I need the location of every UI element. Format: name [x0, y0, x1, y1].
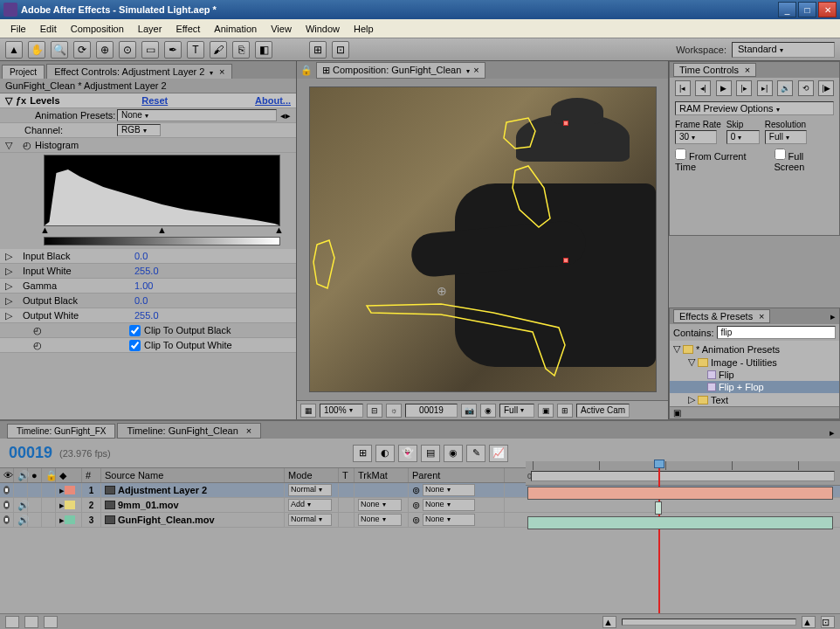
track-bar-1[interactable] [527, 487, 833, 500]
camera-tool[interactable]: ⊕ [96, 41, 114, 59]
frame-rate-select[interactable]: 30 [675, 130, 717, 144]
effects-presets-tab[interactable]: Effects & Presets × [673, 309, 770, 323]
eye-icon[interactable] [3, 515, 10, 524]
resolution-select[interactable]: Full [765, 130, 807, 144]
selection-tool[interactable]: ▲ [5, 41, 23, 59]
track-bar-3[interactable] [527, 516, 833, 529]
menu-window[interactable]: Window [299, 22, 347, 36]
label-color[interactable] [65, 501, 75, 509]
input-black-value[interactable]: 0.0 [134, 251, 148, 261]
last-frame-button[interactable]: ▸| [757, 80, 773, 96]
mode-select[interactable]: Normal [288, 484, 332, 496]
eye-icon[interactable] [3, 501, 10, 509]
skip-select[interactable]: 0 [726, 130, 760, 144]
frame-blend-button[interactable]: ▤ [421, 445, 440, 462]
output-black-value[interactable]: 0.0 [134, 295, 148, 306]
rotate-tool[interactable]: ⟳ [73, 41, 91, 59]
region-tool[interactable]: ⊞ [309, 41, 327, 59]
ep-new-icon[interactable]: ▣ [673, 408, 681, 418]
tl-panel-menu-icon[interactable]: ▸ [830, 427, 835, 439]
gamma-slider[interactable]: ▲ [157, 225, 167, 235]
next-frame-button[interactable]: |▸ [736, 80, 752, 96]
res-half-icon[interactable]: ⊟ [367, 404, 382, 418]
exposure-icon[interactable]: ☼ [386, 404, 402, 418]
time-ruler[interactable]: 000 00010 00020 00030 00040 [526, 461, 840, 486]
mode-select[interactable]: Normal [288, 514, 332, 526]
output-white-value[interactable]: 255.0 [134, 310, 159, 321]
histogram-display[interactable] [44, 155, 280, 226]
fx-visibility-icon[interactable]: ƒx [16, 95, 26, 106]
tree-row-flip-flop[interactable]: Flip + Flop [670, 381, 839, 393]
clip-black-checkbox[interactable] [129, 325, 141, 336]
menu-edit[interactable]: Edit [33, 22, 64, 36]
brush-tool[interactable]: 🖌 [210, 41, 227, 59]
pickwhip-icon[interactable]: ⊚ [412, 515, 420, 526]
always-preview-icon[interactable]: ▦ [300, 404, 316, 418]
roi-icon[interactable]: ▣ [538, 404, 554, 418]
fx-tab-close-icon[interactable]: × [219, 66, 224, 77]
label-color[interactable] [65, 486, 75, 494]
input-white-slider[interactable]: ▲ [274, 225, 284, 235]
menu-composition[interactable]: Composition [64, 22, 131, 36]
comp-tab-close-icon[interactable]: × [473, 65, 479, 75]
effect-controls-tab[interactable]: Effect Controls: Adjustment Layer 2 × [46, 64, 232, 79]
twirl-icon[interactable]: ▷ [5, 251, 23, 262]
mode-select[interactable]: Add [288, 499, 332, 511]
col-visibility[interactable]: 👁 [0, 468, 14, 482]
toggle-modes-button[interactable] [24, 616, 38, 628]
zoom-in-button[interactable]: ▲ [802, 616, 816, 628]
motion-blur-button[interactable]: ◉ [444, 445, 463, 462]
toggle-switches-button[interactable] [5, 616, 19, 628]
hist-twirl-icon[interactable]: ▽ [5, 140, 16, 151]
clone-tool[interactable]: ⎘ [232, 41, 250, 59]
menu-file[interactable]: File [3, 22, 33, 36]
composition-viewer[interactable]: ⊕ [297, 79, 668, 400]
comp-menu-icon[interactable] [464, 65, 470, 75]
full-screen-checkbox[interactable]: Full Screen [775, 149, 835, 172]
time-controls-tab[interactable]: Time Controls × [673, 63, 756, 77]
menu-animation[interactable]: Animation [207, 22, 264, 36]
minimize-button[interactable]: _ [778, 2, 796, 17]
twirl-icon[interactable]: ▷ [5, 266, 23, 277]
clip-white-checkbox[interactable] [129, 340, 141, 351]
from-current-checkbox[interactable]: From Current Time [675, 149, 766, 172]
audio-button[interactable]: 🔊 [777, 80, 793, 96]
output-gradient[interactable] [44, 237, 280, 245]
ram-preview-select[interactable]: RAM Preview Options [675, 101, 834, 115]
tree-row-flip[interactable]: Flip [670, 369, 839, 381]
menu-effect[interactable]: Effect [169, 22, 207, 36]
current-frame[interactable]: 00019 [405, 404, 458, 418]
col-lock[interactable]: 🔒 [42, 468, 56, 482]
track-bar-2[interactable] [655, 501, 662, 515]
col-label[interactable]: ◆ [56, 468, 82, 482]
clip-white-stopwatch-icon[interactable]: ◴ [33, 340, 42, 351]
shy-button[interactable]: 👻 [398, 445, 417, 462]
ep-search-input[interactable] [717, 326, 836, 339]
shape-tool[interactable]: ▭ [141, 41, 159, 59]
play-button[interactable]: ▶ [716, 80, 732, 96]
mask-handle[interactable] [563, 258, 568, 263]
twirl-icon[interactable]: ▷ [5, 295, 23, 307]
comp-mini-flow-button[interactable]: ⊞ [353, 445, 372, 462]
quality-select[interactable]: Full [499, 404, 534, 418]
fx-about-link[interactable]: About... [255, 95, 291, 106]
ep-menu-icon[interactable]: ▸ [830, 311, 836, 322]
timeline-tab-fx[interactable]: Timeline: GunFight_FX [7, 424, 115, 439]
trkmat-select[interactable]: None [358, 514, 402, 526]
channel-icon[interactable]: ◉ [480, 404, 496, 418]
parent-select[interactable]: None [423, 499, 475, 511]
preset-next-icon[interactable]: ▸ [286, 110, 291, 121]
menu-layer[interactable]: Layer [131, 22, 169, 36]
snap-tool[interactable]: ⊡ [332, 41, 349, 59]
col-audio[interactable]: 🔊 [14, 468, 28, 482]
ep-close-icon[interactable]: × [759, 311, 764, 321]
twirl-icon[interactable]: ▷ [5, 310, 23, 321]
col-solo[interactable]: ● [28, 468, 42, 482]
zoom-select[interactable]: 100% [320, 404, 363, 418]
zoom-tool[interactable]: 🔍 [51, 41, 68, 59]
loop-button[interactable]: ⟲ [798, 80, 814, 96]
ram-preview-button[interactable]: |▶ [818, 80, 834, 96]
parent-select[interactable]: None [423, 514, 475, 526]
fx-tab-menu-icon[interactable] [207, 66, 213, 77]
col-source[interactable]: Source Name [101, 468, 285, 482]
